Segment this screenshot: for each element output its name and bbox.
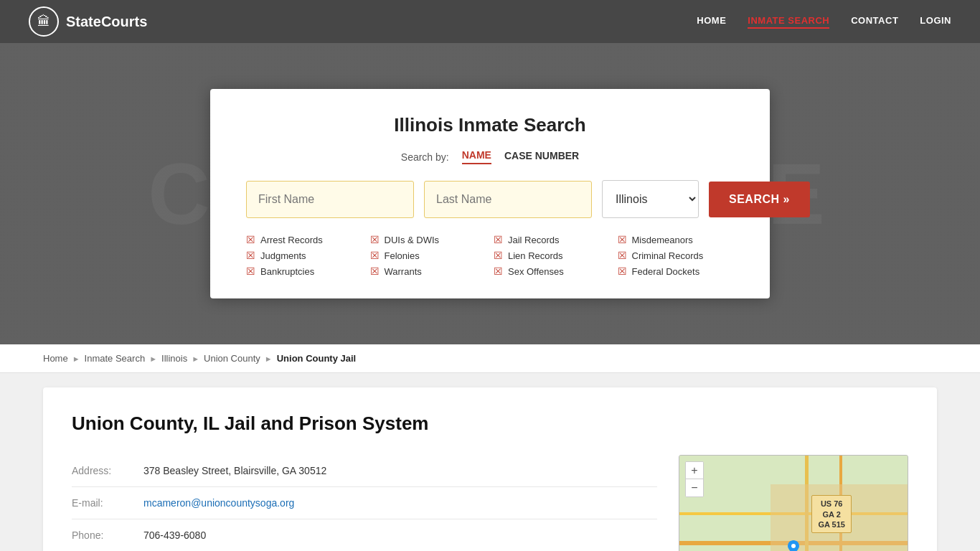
info-section: Address: 378 Beasley Street, Blairsville… <box>72 455 657 551</box>
check-label-judgments: Judgments <box>260 250 306 261</box>
check-icon-bankruptcies: ☒ <box>246 265 255 277</box>
check-duis: ☒ DUIs & DWIs <box>370 234 487 245</box>
check-icon-jail: ☒ <box>494 234 503 245</box>
email-label: E-mail: <box>72 497 129 509</box>
breadcrumb-sep-1: ► <box>72 354 80 363</box>
site-header: 🏛 StateCourts HOME INMATE SEARCH CONTACT… <box>0 0 980 43</box>
map-placeholder[interactable]: US 76GA 2GA 515 + − <box>679 455 908 551</box>
check-icon-lien: ☒ <box>494 250 503 261</box>
phone-row: Phone: 706-439-6080 <box>72 519 657 551</box>
nav-contact[interactable]: CONTACT <box>851 15 898 29</box>
state-select[interactable]: Illinois Alabama Alaska Arizona Arkansas… <box>602 180 699 218</box>
map-zoom-in[interactable]: + <box>686 462 703 479</box>
check-label-criminal: Criminal Records <box>632 250 704 261</box>
search-by-label: Search by: <box>401 151 449 163</box>
map-section: US 76GA 2GA 515 + − <box>679 455 908 551</box>
check-warrants: ☒ Warrants <box>370 265 487 277</box>
check-criminal-records: ☒ Criminal Records <box>618 250 735 261</box>
breadcrumb-home[interactable]: Home <box>43 353 68 364</box>
check-icon-criminal: ☒ <box>618 250 627 261</box>
check-label-sex-offenses: Sex Offenses <box>508 266 564 277</box>
check-label-duis: DUIs & DWIs <box>385 235 440 245</box>
check-label-felonies: Felonies <box>385 250 420 261</box>
breadcrumb-sep-3: ► <box>192 354 199 363</box>
check-label-federal: Federal Dockets <box>632 266 700 277</box>
check-icon-misdemeanors: ☒ <box>618 234 627 245</box>
facility-title: Union County, IL Jail and Prison System <box>72 413 908 435</box>
map-zoom-out[interactable]: − <box>686 479 703 496</box>
nav-inmate-search[interactable]: INMATE SEARCH <box>748 15 829 29</box>
check-bankruptcies: ☒ Bankruptcies <box>246 265 363 277</box>
map-pin <box>788 540 799 551</box>
check-federal-dockets: ☒ Federal Dockets <box>618 265 735 277</box>
phone-value: 706-439-6080 <box>143 529 657 541</box>
check-label-bankruptcies: Bankruptcies <box>260 266 314 277</box>
search-title: Illinois Inmate Search <box>246 114 734 136</box>
check-sex-offenses: ☒ Sex Offenses <box>494 265 611 277</box>
check-icon-duis: ☒ <box>370 234 380 245</box>
search-inputs: Illinois Alabama Alaska Arizona Arkansas… <box>246 180 734 218</box>
map-road-label: US 76GA 2GA 515 <box>811 495 852 533</box>
site-logo[interactable]: 🏛 StateCourts <box>29 6 147 37</box>
map-zoom-controls: + − <box>685 461 704 497</box>
check-judgments: ☒ Judgments <box>246 250 363 261</box>
logo-icon: 🏛 <box>29 6 59 37</box>
check-icon-federal: ☒ <box>618 265 627 277</box>
breadcrumb-sep-2: ► <box>149 354 157 363</box>
search-button[interactable]: SEARCH » <box>709 182 810 217</box>
nav-login[interactable]: LOGIN <box>920 15 951 29</box>
breadcrumb-union-county[interactable]: Union County <box>204 353 260 364</box>
check-label-misdemeanors: Misdemeanors <box>632 235 693 245</box>
email-value: mcameron@unioncountysoga.org <box>143 497 657 509</box>
address-label: Address: <box>72 465 129 476</box>
check-label-lien: Lien Records <box>508 250 563 261</box>
content-body: Address: 378 Beasley Street, Blairsville… <box>72 455 908 551</box>
check-icon-warrants: ☒ <box>370 265 380 277</box>
nav-home[interactable]: HOME <box>697 15 726 29</box>
first-name-input[interactable] <box>246 181 414 218</box>
check-arrest-records: ☒ Arrest Records <box>246 234 363 245</box>
check-misdemeanors: ☒ Misdemeanors <box>618 234 735 245</box>
checks-grid: ☒ Arrest Records ☒ DUIs & DWIs ☒ Jail Re… <box>246 234 734 277</box>
check-felonies: ☒ Felonies <box>370 250 487 261</box>
breadcrumb-inmate-search[interactable]: Inmate Search <box>85 353 146 364</box>
last-name-input[interactable] <box>424 181 592 218</box>
check-jail-records: ☒ Jail Records <box>494 234 611 245</box>
check-lien-records: ☒ Lien Records <box>494 250 611 261</box>
breadcrumb: Home ► Inmate Search ► Illinois ► Union … <box>0 344 980 373</box>
breadcrumb-illinois[interactable]: Illinois <box>161 353 187 364</box>
breadcrumb-current: Union County Jail <box>277 353 357 364</box>
address-row: Address: 378 Beasley Street, Blairsville… <box>72 455 657 487</box>
address-value: 378 Beasley Street, Blairsville, GA 3051… <box>143 465 657 476</box>
check-icon-arrest: ☒ <box>246 234 255 245</box>
email-link[interactable]: mcameron@unioncountysoga.org <box>143 497 294 509</box>
check-label-warrants: Warrants <box>385 266 422 277</box>
email-row: E-mail: mcameron@unioncountysoga.org <box>72 487 657 519</box>
check-label-arrest: Arrest Records <box>260 235 323 245</box>
svg-point-0 <box>791 544 796 548</box>
main-content: Union County, IL Jail and Prison System … <box>0 373 980 551</box>
check-icon-judgments: ☒ <box>246 250 255 261</box>
check-icon-sex-offenses: ☒ <box>494 265 503 277</box>
check-icon-felonies: ☒ <box>370 250 380 261</box>
breadcrumb-sep-4: ► <box>265 354 273 363</box>
phone-label: Phone: <box>72 529 129 541</box>
search-card: Illinois Inmate Search Search by: NAME C… <box>210 89 770 298</box>
site-name: StateCourts <box>66 14 147 30</box>
search-by-row: Search by: NAME CASE NUMBER <box>246 149 734 164</box>
tab-case-number[interactable]: CASE NUMBER <box>504 150 579 164</box>
check-label-jail: Jail Records <box>508 235 560 245</box>
hero-section: COURTHOUSE Illinois Inmate Search Search… <box>0 43 980 344</box>
main-nav: HOME INMATE SEARCH CONTACT LOGIN <box>697 15 951 29</box>
facility-card: Union County, IL Jail and Prison System … <box>43 387 937 551</box>
tab-name[interactable]: NAME <box>462 149 491 164</box>
